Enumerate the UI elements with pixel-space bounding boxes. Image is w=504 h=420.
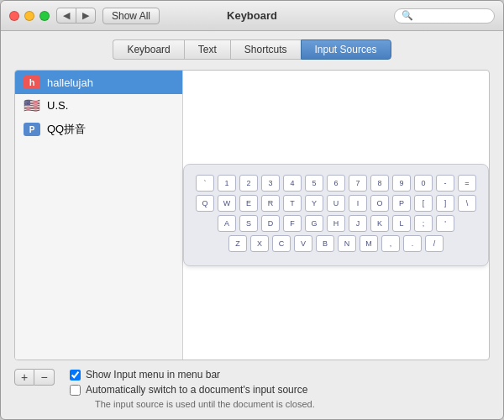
key-row-1: ` 1 2 3 4 5 6 7 8 9 0 - = bbox=[196, 175, 476, 192]
key: O bbox=[370, 195, 389, 212]
key-row-4: Z X C V B N M , . / bbox=[196, 235, 476, 252]
tabs-bar: Keyboard Text Shortcuts Input Sources bbox=[1, 31, 503, 60]
key: D bbox=[261, 215, 280, 232]
titlebar: ◀ ▶ Show All Keyboard 🔍 bbox=[1, 1, 503, 31]
tab-text[interactable]: Text bbox=[184, 39, 230, 60]
key: . bbox=[403, 235, 422, 252]
key: 3 bbox=[261, 175, 280, 192]
auto-switch-row: Automatically switch to a document's inp… bbox=[70, 384, 315, 396]
forward-button[interactable]: ▶ bbox=[76, 8, 95, 23]
tab-input-sources[interactable]: Input Sources bbox=[301, 39, 391, 60]
tab-shortcuts[interactable]: Shortcuts bbox=[230, 39, 301, 60]
key-row-3: A S D F G H J K L ; ' bbox=[196, 215, 476, 232]
key: J bbox=[349, 215, 367, 232]
key: [ bbox=[414, 195, 433, 212]
p-icon: P bbox=[24, 123, 40, 136]
source-label: U.S. bbox=[47, 99, 68, 112]
list-item[interactable]: h hallelujah bbox=[15, 71, 182, 94]
key: 5 bbox=[305, 175, 323, 192]
tab-keyboard[interactable]: Keyboard bbox=[113, 39, 183, 60]
add-source-button[interactable]: + bbox=[14, 369, 34, 386]
window-title: Keyboard bbox=[227, 9, 277, 22]
search-input[interactable] bbox=[417, 10, 492, 22]
main-panel: h hallelujah 🇺🇸 U.S. P QQ拼音 ` 1 bbox=[14, 70, 490, 360]
key: 2 bbox=[239, 175, 258, 192]
key: Y bbox=[305, 195, 323, 212]
preview-area: ` 1 2 3 4 5 6 7 8 9 0 - = bbox=[183, 71, 489, 360]
content-area: h hallelujah 🇺🇸 U.S. P QQ拼音 ` 1 bbox=[1, 60, 503, 419]
key: L bbox=[392, 215, 411, 232]
show-input-menu-row: Show Input menu in menu bar bbox=[70, 369, 315, 381]
show-all-button[interactable]: Show All bbox=[102, 8, 160, 24]
key: Z bbox=[228, 235, 247, 252]
traffic-lights bbox=[9, 11, 50, 21]
source-label: hallelujah bbox=[47, 76, 93, 89]
key: ' bbox=[436, 215, 454, 232]
show-input-menu-checkbox[interactable] bbox=[70, 370, 81, 381]
sources-list: h hallelujah 🇺🇸 U.S. P QQ拼音 bbox=[15, 71, 183, 360]
key: N bbox=[338, 235, 356, 252]
source-label: QQ拼音 bbox=[47, 122, 86, 137]
key: H bbox=[327, 215, 345, 232]
key: - bbox=[436, 175, 454, 192]
key: = bbox=[458, 175, 476, 192]
checkboxes: Show Input menu in menu bar Automaticall… bbox=[70, 369, 315, 409]
nav-arrows: ◀ ▶ bbox=[56, 8, 96, 24]
key: \ bbox=[458, 195, 476, 212]
key: X bbox=[250, 235, 269, 252]
auto-switch-label: Automatically switch to a document's inp… bbox=[86, 384, 307, 396]
key: 9 bbox=[392, 175, 411, 192]
key: ] bbox=[436, 195, 454, 212]
search-box: 🔍 bbox=[394, 8, 495, 24]
key: B bbox=[316, 235, 334, 252]
key: K bbox=[370, 215, 389, 232]
key: / bbox=[425, 235, 444, 252]
auto-switch-checkbox[interactable] bbox=[70, 385, 81, 396]
key: , bbox=[381, 235, 400, 252]
key: 7 bbox=[349, 175, 367, 192]
key-row-2: Q W E R T Y U I O P [ ] \ bbox=[196, 195, 476, 212]
flag-icon: 🇺🇸 bbox=[24, 100, 40, 112]
list-item[interactable]: P QQ拼音 bbox=[15, 117, 182, 142]
list-controls: + − bbox=[14, 369, 55, 386]
key: 8 bbox=[370, 175, 389, 192]
back-button[interactable]: ◀ bbox=[57, 8, 76, 23]
key: F bbox=[283, 215, 302, 232]
list-item[interactable]: 🇺🇸 U.S. bbox=[15, 94, 182, 117]
key: 0 bbox=[414, 175, 433, 192]
minimize-button[interactable] bbox=[24, 11, 34, 21]
hint-text: The input source is used until the docum… bbox=[95, 399, 315, 409]
window: ◀ ▶ Show All Keyboard 🔍 Keyboard Text Sh… bbox=[0, 0, 504, 420]
maximize-button[interactable] bbox=[39, 11, 50, 21]
search-icon: 🔍 bbox=[402, 10, 413, 21]
key: M bbox=[360, 235, 378, 252]
key: P bbox=[392, 195, 411, 212]
key: ; bbox=[414, 215, 433, 232]
bottom-section: + − Show Input menu in menu bar Automati… bbox=[14, 369, 490, 409]
key: R bbox=[261, 195, 280, 212]
key: A bbox=[218, 215, 236, 232]
key: I bbox=[349, 195, 367, 212]
key: ` bbox=[196, 175, 214, 192]
keyboard-visual: ` 1 2 3 4 5 6 7 8 9 0 - = bbox=[183, 164, 489, 266]
key: 1 bbox=[218, 175, 236, 192]
key: G bbox=[305, 215, 323, 232]
show-input-menu-label: Show Input menu in menu bar bbox=[86, 369, 220, 381]
key: 6 bbox=[327, 175, 345, 192]
bottom-controls: + − Show Input menu in menu bar Automati… bbox=[14, 360, 490, 409]
key: 4 bbox=[283, 175, 302, 192]
close-button[interactable] bbox=[9, 11, 19, 21]
remove-source-button[interactable]: − bbox=[34, 369, 55, 386]
key: Q bbox=[196, 195, 214, 212]
key: T bbox=[283, 195, 302, 212]
key: E bbox=[239, 195, 258, 212]
key: S bbox=[239, 215, 258, 232]
key: V bbox=[294, 235, 312, 252]
key: U bbox=[327, 195, 345, 212]
key: W bbox=[218, 195, 236, 212]
h-icon: h bbox=[24, 76, 40, 89]
key: C bbox=[272, 235, 291, 252]
